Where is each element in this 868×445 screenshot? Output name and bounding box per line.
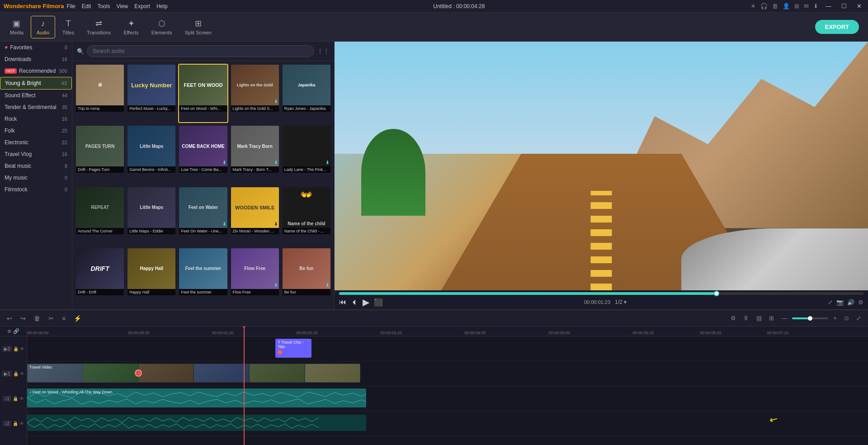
sidebar-item-beat-music[interactable]: Beat music 8	[0, 160, 72, 172]
menu-export[interactable]: Export	[134, 3, 150, 9]
sidebar-item-my-music[interactable]: My music 0	[0, 172, 72, 184]
menu-file[interactable]: File	[66, 3, 75, 9]
menu-view[interactable]: View	[116, 3, 128, 9]
step-back-button[interactable]: ⏴	[351, 298, 358, 306]
split-screen-icon: ⊞	[195, 19, 202, 28]
search-input[interactable]	[87, 45, 314, 57]
audio-card-little-maps[interactable]: Little Maps Little Maps - Eddie	[127, 186, 176, 246]
audio-card-name-of-child[interactable]: 👐 Name of the child Name of the Child - …	[282, 186, 331, 246]
tool-titles[interactable]: T Titles	[57, 16, 80, 38]
audio-adj-button[interactable]: ≡	[60, 314, 68, 323]
settings-preview-btn[interactable]: ⚙	[858, 299, 863, 306]
lock-track4-icon[interactable]: 🔒	[13, 421, 18, 426]
fullscreen-tl-btn[interactable]: ⤢	[854, 314, 863, 322]
title-bar-left: Wondershare Filmora File Edit Tools View…	[4, 3, 168, 9]
audio-card-drift[interactable]: DRIFT Drift - Drift	[75, 247, 125, 307]
audio-card-feel-summer[interactable]: Feel the summer Feel the summer	[178, 247, 228, 307]
maximize-button[interactable]: ☐	[839, 2, 849, 10]
lock-track1-icon[interactable]: 🔒	[13, 346, 19, 351]
audio-card-lucky-number[interactable]: Lucky Number Perfect Muse - Lucky...	[127, 64, 176, 123]
sidebar-item-young-bright[interactable]: Young & Bright 43	[0, 77, 72, 90]
undo-button[interactable]: ↩	[5, 314, 14, 323]
sidebar-item-downloads[interactable]: Downloads 16	[0, 53, 72, 65]
scene-detect-btn[interactable]: ⚙	[728, 314, 738, 322]
add-track-icon[interactable]: ⊕	[7, 328, 11, 334]
fullscreen-btn[interactable]: ⤢	[828, 299, 833, 306]
tool-media[interactable]: ▣ Media	[5, 16, 29, 38]
audio-card-trip-to-roma[interactable]: 🏛 Trip to roma	[75, 64, 125, 123]
sidebar-item-recommended[interactable]: HOT Recommended 500	[0, 65, 72, 77]
elements-icon: ⬡	[158, 19, 165, 28]
sidebar-item-rock[interactable]: Rock 16	[0, 113, 72, 125]
link-icon[interactable]: 🔗	[13, 328, 19, 334]
sidebar-item-tender[interactable]: Tender & Sentimental 35	[0, 101, 72, 113]
sidebar-item-favorites[interactable]: ♥ Favorites 0	[0, 42, 72, 53]
progress-handle[interactable]	[714, 291, 719, 296]
redo-button[interactable]: ↪	[18, 314, 28, 323]
ruler-mark-5: 00:00:04:05	[464, 331, 486, 335]
yellow-arrow-annotation: ↙	[767, 412, 780, 426]
audio-card-be-fun[interactable]: Be fun ⬇ Be fun	[282, 247, 331, 307]
sidebar-item-sound-effect[interactable]: Sound Effect 44	[0, 90, 72, 101]
screenshot-btn[interactable]: 📷	[836, 299, 844, 306]
progress-bar[interactable]	[339, 292, 863, 295]
minimize-button[interactable]: —	[823, 2, 834, 10]
eye-track3-icon[interactable]: 👁	[19, 396, 24, 401]
menu-edit[interactable]: Edit	[82, 3, 91, 9]
video-track-content: Travel Video	[27, 361, 868, 386]
grid-view-icon[interactable]: ⋮⋮	[317, 47, 330, 55]
export-button[interactable]: EXPORT	[815, 20, 859, 34]
audio-card-lights-gold[interactable]: Lights on the Gold ⬇ Lights on the Gold …	[230, 64, 280, 123]
eye-track1-icon[interactable]: 👁	[20, 346, 24, 351]
tool-transitions[interactable]: ⇌ Transitions	[81, 16, 116, 38]
voice-btn[interactable]: 🎙	[741, 314, 751, 322]
zoom-out-btn[interactable]: —	[779, 314, 789, 322]
audio-card-low-tree[interactable]: COME BACK HOME ⬇ Low Tree - Come Ba...	[178, 125, 228, 184]
audio-card-feet-on-water[interactable]: Feel on Water ⬇ Feet On Water - Une...	[178, 186, 228, 246]
lock-track3-icon[interactable]: 🔒	[13, 396, 18, 401]
audio-card-flow-free[interactable]: Flow Free ⬇ Flow Free	[230, 247, 280, 307]
close-button[interactable]: ✕	[854, 2, 864, 10]
sidebar-item-filmstock[interactable]: Filmstock 0	[0, 184, 72, 195]
tool-audio[interactable]: ♪ Audio	[31, 16, 55, 38]
pip-btn[interactable]: ⊞	[767, 314, 776, 322]
track-title: T Travel Chic - Title	[27, 336, 868, 361]
stop-button[interactable]: ⬛	[374, 298, 383, 307]
sidebar-item-travel-vlog[interactable]: Travel Vlog 16	[0, 148, 72, 160]
audio-clip-1[interactable]: ♪ Feet on Wood - Whistling All The Way D…	[27, 388, 366, 407]
audio-card-garret-bevins[interactable]: Little Maps Garret Bevins - Infinit...	[127, 125, 176, 184]
menu-help[interactable]: Help	[156, 3, 168, 9]
audio-card-lady-lane[interactable]: ⬇ Lady Lane - The Pink...	[282, 125, 331, 184]
clock-btn[interactable]: ⊙	[842, 314, 851, 322]
audio-card-feet-on-wood[interactable]: FEET ON WOOD Feet on Wood - Whi...	[178, 64, 228, 123]
audio-card-ryan-jones[interactable]: Japanika Ryan Jones - Japanika	[282, 64, 331, 123]
audio-card-around-corner[interactable]: REPEAT Around The Corner	[75, 186, 125, 246]
audio-card-wooden-smile[interactable]: WOODEN SMILE ⬇ Ziv Moran - Wooden ...	[230, 186, 280, 246]
audio-card-pages-turn[interactable]: PAGES TURN Drift - Pages Turn	[75, 125, 125, 184]
skip-back-button[interactable]: ⏮	[339, 298, 346, 306]
tool-split-screen[interactable]: ⊞ Split Screen	[179, 16, 217, 38]
delete-button[interactable]: 🗑	[32, 314, 42, 323]
play-button[interactable]: ▶	[363, 297, 369, 308]
zoom-slider[interactable]	[792, 317, 828, 319]
tool-effects[interactable]: ✦ Effects	[118, 16, 144, 38]
lock-track2-icon[interactable]: 🔒	[13, 371, 19, 376]
motion-button[interactable]: ⚡	[71, 314, 84, 323]
eye-track2-icon[interactable]: 👁	[20, 371, 24, 376]
audio-card-label: Mark Tracy - Born T...	[231, 166, 279, 173]
eye-track4-icon[interactable]: 👁	[19, 421, 24, 426]
zoom-in-btn[interactable]: +	[831, 314, 839, 322]
sidebar-item-electronic[interactable]: Electronic 22	[0, 137, 72, 148]
cut-button[interactable]: ✂	[46, 314, 56, 323]
video-clip[interactable]: Travel Video	[27, 364, 360, 383]
caption-btn[interactable]: ▤	[754, 314, 764, 322]
tool-elements[interactable]: ⬡ Elements	[146, 16, 178, 38]
menu-tools[interactable]: Tools	[97, 3, 110, 9]
audio-card-mark-tracy[interactable]: Mark Tracy Born ⬇ Mark Tracy - Born T...	[230, 125, 280, 184]
audio-clip-2[interactable]	[27, 415, 366, 431]
sidebar-item-folk[interactable]: Folk 25	[0, 125, 72, 137]
volume-btn[interactable]: 🔊	[847, 299, 854, 306]
audio-card-happy-hall[interactable]: Happy Hall Happy Hall	[127, 247, 176, 307]
title-clip[interactable]: T Travel Chic - Title	[275, 339, 311, 358]
transitions-icon: ⇌	[95, 19, 102, 28]
